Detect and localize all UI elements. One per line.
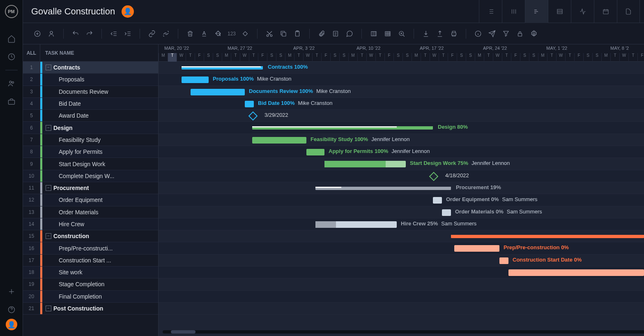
add-icon[interactable] xyxy=(0,283,23,301)
notes-button[interactable] xyxy=(329,28,342,40)
gantt-view-tab[interactable] xyxy=(525,0,548,23)
gantt-row[interactable] xyxy=(159,291,644,303)
redo-button[interactable] xyxy=(83,28,96,40)
calendar-view-tab[interactable] xyxy=(594,0,617,23)
task-row[interactable]: 6−Design xyxy=(23,122,158,134)
gantt-row[interactable]: Order Materials 0%Sam Summers xyxy=(159,206,644,218)
gantt-row[interactable]: Proposals 100%Mike Cranston xyxy=(159,74,644,86)
expand-toggle[interactable]: − xyxy=(46,125,51,131)
search-icon[interactable] xyxy=(640,7,644,16)
gantt-bar[interactable] xyxy=(315,187,451,190)
task-row[interactable]: 8Apply for Permits xyxy=(23,146,158,158)
gantt-bar[interactable] xyxy=(433,197,442,204)
attachment-button[interactable] xyxy=(315,28,328,40)
comment-button[interactable] xyxy=(343,28,356,40)
gantt-bar[interactable] xyxy=(451,235,644,238)
gantt-bar[interactable] xyxy=(252,126,433,130)
gantt-bar[interactable] xyxy=(442,209,451,216)
gantt-row[interactable]: Procurement 19% xyxy=(159,182,644,194)
text-color-button[interactable] xyxy=(198,28,210,40)
milestone-button[interactable] xyxy=(239,28,251,40)
gantt-milestone[interactable] xyxy=(248,111,258,121)
gantt-bar[interactable] xyxy=(315,221,397,228)
cut-button[interactable] xyxy=(263,28,276,40)
gantt-row[interactable]: 4/18/2022 xyxy=(159,170,644,182)
briefcase-icon[interactable] xyxy=(0,93,23,111)
gantt-row[interactable] xyxy=(159,230,644,242)
gantt-bar[interactable] xyxy=(454,245,499,252)
task-row[interactable]: 9Start Design Work xyxy=(23,158,158,170)
task-row[interactable]: 18Site work xyxy=(23,266,158,278)
copy-button[interactable] xyxy=(277,28,290,40)
team-icon[interactable] xyxy=(0,74,23,93)
gantt-row[interactable] xyxy=(159,278,644,290)
task-row[interactable]: 20Final Completion xyxy=(23,291,158,303)
gantt-row[interactable]: Contracts 100% xyxy=(159,62,644,74)
gantt-row[interactable] xyxy=(159,303,644,315)
project-owner-avatar[interactable]: 👤 xyxy=(122,5,134,18)
home-icon[interactable] xyxy=(0,30,23,48)
gantt-row[interactable]: 3/29/2022 xyxy=(159,110,644,122)
gantt-row[interactable]: Apply for Permits 100%Jennifer Lennon xyxy=(159,146,644,158)
brand-logo[interactable]: PM xyxy=(5,5,18,18)
expand-toggle[interactable]: − xyxy=(46,185,51,191)
task-row[interactable]: 16Prep/Pre-constructi... xyxy=(23,242,158,254)
user-avatar[interactable]: 👤 xyxy=(6,319,17,330)
gantt-bar[interactable] xyxy=(182,76,209,83)
task-row[interactable]: 10Complete Design W... xyxy=(23,170,158,182)
send-button[interactable] xyxy=(486,28,498,40)
gantt-chart[interactable]: MAR, 20 '22MAR, 27 '22APR, 3 '22APR, 10 … xyxy=(159,44,644,336)
help-icon[interactable] xyxy=(0,301,23,319)
gantt-bar[interactable] xyxy=(245,101,254,107)
grid-button[interactable] xyxy=(382,28,394,40)
filter-button[interactable] xyxy=(500,28,512,40)
indent-button[interactable] xyxy=(122,28,134,40)
zoom-button[interactable] xyxy=(396,28,408,40)
import-button[interactable] xyxy=(420,28,432,40)
task-row[interactable]: 3Documents Review xyxy=(23,86,158,98)
add-task-button[interactable] xyxy=(31,28,44,40)
gantt-scrollbar[interactable] xyxy=(163,330,644,334)
gantt-bar[interactable] xyxy=(508,269,644,276)
column-header-name[interactable]: TASK NAME xyxy=(40,50,74,56)
gantt-bar[interactable] xyxy=(182,66,263,70)
task-row[interactable]: 21−Post Construction xyxy=(23,303,158,315)
task-row[interactable]: 19Stage Completion xyxy=(23,278,158,290)
files-view-tab[interactable] xyxy=(617,0,640,23)
task-row[interactable]: 7Feasibility Study xyxy=(23,134,158,146)
gantt-row[interactable]: Construction Start Date 0% xyxy=(159,255,644,266)
print-button[interactable] xyxy=(448,28,460,40)
export-button[interactable] xyxy=(434,28,446,40)
recent-icon[interactable] xyxy=(0,48,23,66)
undo-button[interactable] xyxy=(69,28,82,40)
delete-button[interactable] xyxy=(184,28,196,40)
gantt-bar[interactable] xyxy=(191,89,245,95)
expand-toggle[interactable]: − xyxy=(46,65,51,70)
task-row[interactable]: 12Order Equipment xyxy=(23,194,158,206)
gantt-bar[interactable] xyxy=(306,149,324,155)
gantt-bar[interactable] xyxy=(252,137,306,144)
task-row[interactable]: 11−Procurement xyxy=(23,182,158,194)
gantt-row[interactable]: Documents Review 100%Mike Cranston xyxy=(159,86,644,98)
settings-button[interactable] xyxy=(528,28,540,40)
link-button[interactable] xyxy=(146,28,158,40)
lock-button[interactable] xyxy=(514,28,526,40)
task-row[interactable]: 2Proposals xyxy=(23,74,158,86)
column-header-all[interactable]: ALL xyxy=(23,44,40,61)
task-row[interactable]: 5Award Date xyxy=(23,110,158,122)
task-row[interactable]: 4Bid Date xyxy=(23,98,158,110)
outdent-button[interactable] xyxy=(108,28,120,40)
task-row[interactable]: 1−Contracts xyxy=(23,62,158,74)
sheet-view-tab[interactable] xyxy=(548,0,571,23)
gantt-row[interactable] xyxy=(159,266,644,278)
expand-toggle[interactable]: − xyxy=(46,306,51,311)
task-row[interactable]: 13Order Materials xyxy=(23,206,158,218)
gantt-milestone[interactable] xyxy=(429,171,439,181)
gantt-row[interactable]: Start Design Work 75%Jennifer Lennon xyxy=(159,158,644,170)
columns-button[interactable] xyxy=(368,28,380,40)
task-row[interactable]: 14Hire Crew xyxy=(23,218,158,230)
unlink-button[interactable] xyxy=(160,28,172,40)
gantt-row[interactable]: Bid Date 100%Mike Cranston xyxy=(159,98,644,110)
fill-color-button[interactable] xyxy=(212,28,224,40)
task-row[interactable]: 17Construction Start ... xyxy=(23,255,158,266)
